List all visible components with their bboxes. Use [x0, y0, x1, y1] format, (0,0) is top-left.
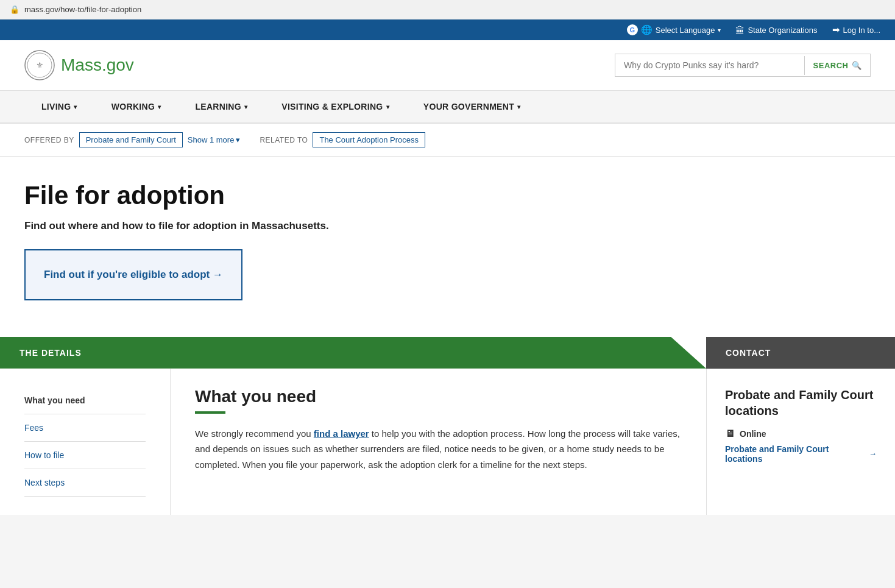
hero-area: File for adoption Find out where and how…	[0, 157, 895, 319]
related-to-label: RELATED TO	[260, 136, 308, 144]
nav-item-visiting[interactable]: VISITING & EXPLORING ▾	[264, 91, 406, 122]
monitor-icon: 🖥	[725, 428, 735, 439]
page-subtitle: Find out where and how to file for adopt…	[24, 220, 871, 232]
chevron-down-icon: ▾	[718, 27, 721, 34]
right-contact: Probate and Family Court locations 🖥 Onl…	[706, 369, 895, 515]
nav-item-learning[interactable]: LEARNING ▾	[178, 91, 264, 122]
contact-online-label: 🖥 Online	[725, 428, 877, 439]
site-header: ⚜ Mass.gov SEARCH 🔍	[0, 40, 895, 91]
chevron-down-icon: ▾	[158, 104, 161, 110]
login-button[interactable]: ➡ Log In to...	[832, 24, 880, 35]
search-form: SEARCH 🔍	[615, 54, 871, 77]
chevron-down-icon: ▾	[517, 104, 520, 110]
related-to-tag[interactable]: The Court Adoption Process	[313, 132, 425, 147]
main-navigation: LIVING ▾ WORKING ▾ LEARNING ▾ VISITING &…	[0, 91, 895, 124]
search-icon: 🔍	[852, 61, 862, 70]
section-title: What you need	[195, 387, 682, 406]
chevron-down-icon: ▾	[74, 104, 77, 110]
offered-by-bar: OFFERED BY Probate and Family Court Show…	[0, 124, 895, 157]
nav-item-government[interactable]: YOUR GOVERNMENT ▾	[406, 91, 538, 122]
offered-by-tag[interactable]: Probate and Family Court	[79, 132, 183, 147]
google-icon: G	[627, 24, 638, 35]
two-col-layout: What you need Fees How to file Next step…	[0, 369, 895, 515]
arrow-icon: →	[869, 449, 877, 458]
state-organizations-button[interactable]: 🏛 State Organizations	[735, 25, 817, 35]
page-content: File for adoption Find out where and how…	[0, 157, 895, 515]
browser-url: mass.gov/how-to/file-for-adoption	[24, 5, 141, 14]
seal-icon: ⚜	[24, 50, 55, 80]
cta-box[interactable]: Find out if you're eligible to adopt →	[24, 249, 242, 300]
globe-icon: 🌐	[641, 24, 653, 35]
cta-link[interactable]: Find out if you're eligible to adopt →	[44, 269, 223, 280]
details-header: THE DETAILS	[0, 337, 706, 369]
show-more-button[interactable]: Show 1 more ▾	[188, 135, 241, 144]
browser-bar: 🔒 mass.gov/how-to/file-for-adoption	[0, 0, 895, 19]
chevron-down-icon: ▾	[236, 135, 240, 144]
section-title-underline	[195, 411, 225, 414]
section-body: We strongly recommend you find a lawyer …	[195, 426, 682, 473]
contact-link[interactable]: Probate and Family Court locations →	[725, 444, 877, 464]
sidebar-item-how-to-file[interactable]: How to file	[24, 442, 146, 469]
contact-section-title: Probate and Family Court locations	[725, 387, 877, 419]
chevron-down-icon: ▾	[244, 104, 247, 110]
nav-item-working[interactable]: WORKING ▾	[94, 91, 179, 122]
sidebar-item-what-you-need[interactable]: What you need	[24, 387, 146, 414]
sidebar-item-fees[interactable]: Fees	[24, 414, 146, 442]
related-to-section: RELATED TO The Court Adoption Process	[260, 132, 425, 147]
utility-bar: G 🌐 Select Language ▾ 🏛 State Organizati…	[0, 19, 895, 40]
nav-item-living[interactable]: LIVING ▾	[24, 91, 94, 122]
main-section: What you need We strongly recommend you …	[171, 369, 706, 515]
lock-icon: 🔒	[10, 5, 19, 14]
search-input[interactable]	[615, 54, 804, 76]
offered-by-section: OFFERED BY Probate and Family Court Show…	[24, 132, 240, 147]
building-icon: 🏛	[735, 25, 745, 35]
left-sidebar: What you need Fees How to file Next step…	[0, 369, 171, 515]
logo-text: Mass.gov	[61, 55, 134, 75]
site-logo[interactable]: ⚜ Mass.gov	[24, 50, 134, 80]
search-button[interactable]: SEARCH 🔍	[804, 56, 870, 75]
chevron-down-icon: ▾	[386, 104, 389, 110]
svg-text:⚜: ⚜	[36, 60, 44, 70]
find-lawyer-link[interactable]: find a lawyer	[314, 428, 369, 439]
login-icon: ➡	[832, 24, 840, 35]
select-language-button[interactable]: G 🌐 Select Language ▾	[627, 24, 721, 35]
contact-header: CONTACT	[706, 337, 895, 369]
details-contact-bar: THE DETAILS CONTACT	[0, 337, 895, 369]
offered-by-label: OFFERED BY	[24, 136, 74, 144]
page-title: File for adoption	[24, 181, 871, 210]
sidebar-item-next-steps[interactable]: Next steps	[24, 469, 146, 497]
